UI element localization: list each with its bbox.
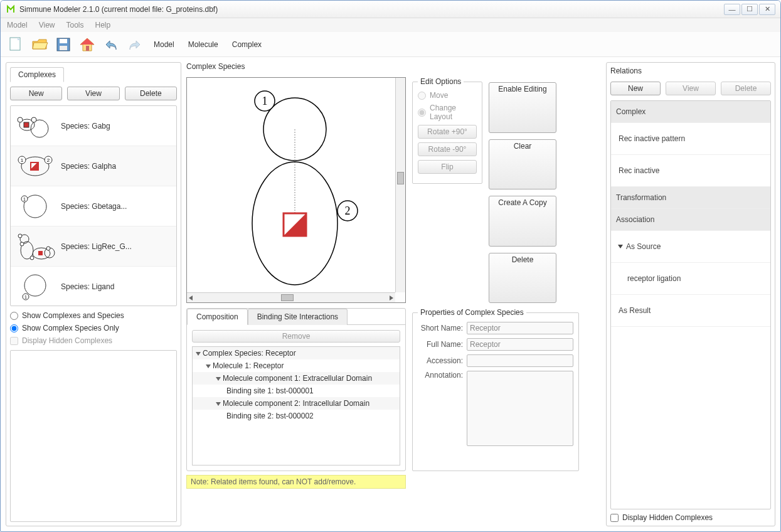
complex-species-heading: Complex Species <box>186 62 601 71</box>
menubar: Model View Tools Help <box>1 18 780 32</box>
rel-item[interactable]: Rec inactive <box>611 155 770 187</box>
properties-panel: Properties of Complex Species Short Name… <box>412 308 566 489</box>
window-title: Simmune Modeler 2.1.0 (current model fil… <box>19 5 724 14</box>
svg-point-7 <box>18 117 23 122</box>
app-window: Simmune Modeler 2.1.0 (current model fil… <box>0 0 781 532</box>
annotation-input[interactable] <box>467 371 573 446</box>
rel-heading-complex: Complex <box>611 101 770 123</box>
relations-hidden-checkbox[interactable]: Display Hidden Complexes <box>610 513 771 522</box>
canvas-vscrollbar[interactable] <box>395 78 405 292</box>
full-name-input[interactable] <box>467 338 573 351</box>
menu-tools[interactable]: Tools <box>66 21 83 29</box>
toolbar-model-label[interactable]: Model <box>154 40 174 49</box>
svg-rect-4 <box>86 46 89 51</box>
toolbar-complex-label[interactable]: Complex <box>232 40 262 49</box>
list-item[interactable]: 1 Species: Gbetaga... <box>11 186 176 226</box>
svg-point-24 <box>20 242 24 246</box>
svg-rect-27 <box>38 251 43 255</box>
open-file-icon[interactable] <box>31 36 48 53</box>
relations-view-button: View <box>666 82 716 95</box>
complexes-view-button[interactable]: View <box>67 87 119 100</box>
svg-point-26 <box>46 247 50 250</box>
maximize-button[interactable]: ☐ <box>741 4 758 15</box>
relations-heading: Relations <box>610 66 771 75</box>
home-icon[interactable] <box>78 36 96 53</box>
note-bar: Note: Related items found, can NOT add/r… <box>186 475 406 489</box>
toolbar: Model Molecule Complex <box>1 32 780 57</box>
new-file-icon[interactable] <box>7 36 24 53</box>
minimize-button[interactable]: — <box>724 4 740 15</box>
menu-help[interactable]: Help <box>95 21 111 29</box>
complexes-new-button[interactable]: New <box>10 87 62 100</box>
svg-text:2: 2 <box>47 157 50 163</box>
tab-composition[interactable]: Composition <box>187 309 248 325</box>
delete-species-button[interactable]: Delete <box>489 253 556 304</box>
remove-button: Remove <box>192 330 400 343</box>
svg-text:1: 1 <box>21 157 24 163</box>
complexes-list-scroll[interactable]: Species: Gabg 12 Species: Galpha 1 Speci… <box>11 106 176 306</box>
svg-text:1: 1 <box>262 95 268 107</box>
menu-model[interactable]: Model <box>7 21 28 29</box>
diagram-canvas[interactable]: 1 2 <box>186 77 406 303</box>
rotate-minus90-button: Rotate -90° <box>418 142 477 156</box>
radio-show-all[interactable]: Show Complexes and Species <box>10 311 177 320</box>
app-logo-icon <box>6 4 16 14</box>
rotate-plus90-button: Rotate +90° <box>418 125 477 139</box>
list-item[interactable]: 12 Species: Galpha <box>11 146 176 186</box>
complexes-list: Species: Gabg 12 Species: Galpha 1 Speci… <box>10 105 177 306</box>
menu-view[interactable]: View <box>39 21 55 29</box>
create-copy-button[interactable]: Create A Copy <box>489 196 556 247</box>
svg-text:1: 1 <box>23 197 26 201</box>
list-item[interactable]: Species: LigRec_G... <box>11 226 176 267</box>
toolbar-molecule-label[interactable]: Molecule <box>188 40 218 49</box>
rel-item-as-source[interactable]: As Source <box>611 231 770 263</box>
save-icon[interactable] <box>55 36 72 53</box>
rel-heading-association: Association <box>611 209 770 231</box>
radio-species-only[interactable]: Show Complex Species Only <box>10 324 177 332</box>
canvas-hscrollbar[interactable] <box>187 292 395 302</box>
svg-rect-2 <box>60 39 67 43</box>
short-name-input[interactable] <box>467 322 573 334</box>
radio-move: Move <box>418 91 477 100</box>
flip-button: Flip <box>418 160 477 174</box>
relations-list[interactable]: Complex Rec inactive pattern Rec inactiv… <box>610 100 771 509</box>
close-button[interactable]: ✕ <box>759 4 775 15</box>
complexes-tab[interactable]: Complexes <box>10 67 64 82</box>
rel-heading-transformation: Transformation <box>611 187 770 209</box>
clear-button[interactable]: Clear <box>489 139 556 190</box>
composition-tabset: Composition Binding Site Interactions Re… <box>186 308 406 471</box>
check-hidden-complexes: Display Hidden Complexes <box>10 336 177 345</box>
complexes-delete-button[interactable]: Delete <box>125 87 177 100</box>
relations-new-button[interactable]: New <box>610 82 661 95</box>
complexes-panel: Complexes New View Delete Species: Gabg … <box>6 62 181 526</box>
center-panel: Complex Species 1 2 <box>186 62 601 526</box>
svg-text:1: 1 <box>24 295 27 299</box>
relations-panel: Relations New View Delete Complex Rec in… <box>606 62 775 526</box>
complexes-detail-box <box>10 350 177 522</box>
list-item[interactable]: Species: Gabg <box>11 106 176 146</box>
titlebar: Simmune Modeler 2.1.0 (current model fil… <box>1 1 780 18</box>
composition-tree[interactable]: Complex Species: Receptor Molecule 1: Re… <box>192 346 400 466</box>
redo-icon[interactable] <box>126 36 144 53</box>
relations-delete-button: Delete <box>721 82 771 95</box>
radio-change-layout: Change Layout <box>418 104 477 121</box>
rel-item[interactable]: Rec inactive pattern <box>611 123 770 155</box>
edit-options-group: Edit Options Move Change Layout Rotate +… <box>412 77 482 184</box>
undo-icon[interactable] <box>102 36 120 53</box>
tab-binding-site[interactable]: Binding Site Interactions <box>248 309 348 325</box>
svg-point-25 <box>30 256 34 260</box>
accession-input[interactable] <box>467 354 573 367</box>
svg-point-28 <box>24 275 46 296</box>
enable-editing-button[interactable]: Enable Editing <box>489 82 556 133</box>
list-item[interactable]: 1 Species: Ligand <box>11 267 176 306</box>
svg-text:2: 2 <box>345 205 351 217</box>
svg-rect-9 <box>24 122 29 127</box>
svg-rect-3 <box>60 46 67 50</box>
svg-point-8 <box>31 117 36 122</box>
rel-item[interactable]: receptor ligation <box>611 263 770 295</box>
svg-point-23 <box>18 234 22 238</box>
rel-item-as-result[interactable]: As Result <box>611 295 770 327</box>
